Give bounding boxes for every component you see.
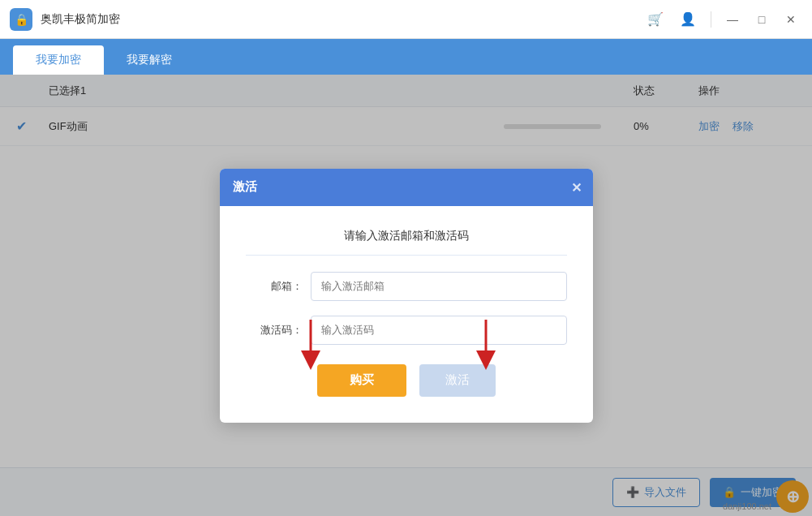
cart-icon[interactable]: 🛒 [642, 6, 668, 32]
dialog-header: 激活 ✕ [220, 169, 593, 206]
minimize-button[interactable]: — [721, 8, 744, 31]
code-row: 激活码： [246, 316, 567, 345]
tab-bar: 我要加密 我要解密 [0, 39, 812, 75]
title-bar: 🔒 奥凯丰极简加密 🛒 👤 — □ ✕ [0, 0, 812, 39]
dialog-subtitle: 请输入激活邮箱和激活码 [246, 229, 567, 256]
maximize-button[interactable]: □ [750, 8, 773, 31]
activation-code-input[interactable] [311, 316, 567, 345]
main-content: 已选择1 状态 操作 ✔ GIF动画 0% 加密 移除 ➕ 导入 [0, 75, 812, 516]
email-label: 邮箱： [246, 279, 303, 294]
window-controls: 🛒 👤 — □ ✕ [642, 6, 802, 32]
close-button[interactable]: ✕ [780, 8, 802, 31]
dialog-body: 请输入激活邮箱和激活码 邮箱： 激活码： [220, 206, 593, 423]
code-label: 激活码： [246, 323, 303, 338]
dialog-title: 激活 [233, 179, 257, 195]
activation-dialog: 激活 ✕ 请输入激活邮箱和激活码 邮箱： 激活码： [220, 169, 593, 423]
divider [711, 11, 711, 28]
app-logo: 🔒 [10, 8, 32, 31]
dialog-actions: 购买 激活 [246, 364, 567, 397]
tab-decrypt[interactable]: 我要解密 [104, 45, 195, 75]
activate-button[interactable]: 激活 [419, 364, 496, 397]
email-input[interactable] [311, 272, 567, 301]
email-row: 邮箱： [246, 272, 567, 301]
logo-icon: 🔒 [15, 13, 28, 26]
user-icon[interactable]: 👤 [675, 6, 701, 32]
dialog-close-button[interactable]: ✕ [571, 179, 582, 195]
modal-overlay: 激活 ✕ 请输入激活邮箱和激活码 邮箱： 激活码： [0, 75, 812, 516]
buy-button[interactable]: 购买 [317, 364, 406, 397]
app-title: 奥凯丰极简加密 [41, 12, 120, 27]
tab-encrypt[interactable]: 我要加密 [13, 45, 104, 75]
